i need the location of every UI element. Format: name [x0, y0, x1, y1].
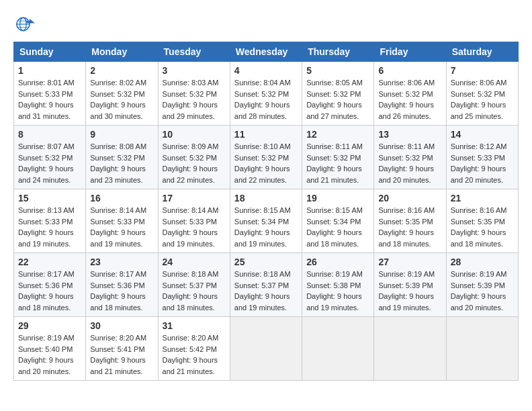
- day-info: Sunrise: 8:03 AM Sunset: 5:32 PM Dayligh…: [163, 77, 226, 122]
- col-tuesday: Tuesday: [158, 42, 230, 62]
- sunrise-label: Sunrise:: [378, 142, 407, 150]
- daylight-label: Daylight: 9 hours and 23 minutes.: [90, 165, 146, 184]
- daylight-label: Daylight: 9 hours and 27 minutes.: [306, 101, 362, 120]
- sunset-label: Sunset:: [451, 281, 478, 289]
- calendar-cell: 25 Sunrise: 8:18 AM Sunset: 5:37 PM Dayl…: [230, 253, 302, 317]
- sunset-time: 5:40 PM: [45, 345, 73, 353]
- calendar-cell: [374, 317, 446, 381]
- sunrise-label: Sunrise:: [234, 79, 263, 87]
- calendar-cell: [302, 317, 374, 381]
- sunrise-time: 8:10 AM: [263, 142, 290, 150]
- calendar-cell: 1 Sunrise: 8:01 AM Sunset: 5:33 PM Dayli…: [14, 62, 86, 126]
- daylight-label: Daylight: 9 hours and 21 minutes.: [306, 165, 362, 184]
- day-info: Sunrise: 8:16 AM Sunset: 5:35 PM Dayligh…: [451, 205, 514, 249]
- day-number: 1: [18, 65, 81, 76]
- sunset-label: Sunset:: [378, 154, 405, 162]
- sunset-time: 5:33 PM: [45, 90, 73, 98]
- sunrise-time: 8:06 AM: [408, 79, 435, 87]
- sunrise-time: 8:09 AM: [191, 142, 218, 150]
- sunrise-time: 8:13 AM: [47, 206, 74, 214]
- calendar-cell: 12 Sunrise: 8:11 AM Sunset: 5:32 PM Dayl…: [302, 126, 374, 189]
- sunset-label: Sunset:: [306, 281, 333, 289]
- day-number: 17: [163, 193, 226, 203]
- calendar-cell: 4 Sunrise: 8:04 AM Sunset: 5:32 PM Dayli…: [230, 62, 302, 126]
- sunset-time: 5:41 PM: [118, 345, 145, 353]
- sunrise-label: Sunrise:: [90, 334, 119, 342]
- sunset-time: 5:42 PM: [189, 345, 217, 353]
- sunrise-time: 8:07 AM: [47, 142, 74, 150]
- daylight-label: Daylight: 9 hours and 24 minutes.: [18, 165, 74, 184]
- calendar-cell: 24 Sunrise: 8:18 AM Sunset: 5:37 PM Dayl…: [158, 253, 230, 317]
- sunrise-time: 8:16 AM: [480, 206, 506, 214]
- sunset-time: 5:37 PM: [261, 281, 289, 289]
- day-info: Sunrise: 8:14 AM Sunset: 5:33 PM Dayligh…: [90, 205, 153, 249]
- sunset-label: Sunset:: [234, 218, 261, 226]
- svg-rect-7: [26, 21, 30, 23]
- sunrise-time: 8:11 AM: [408, 142, 435, 150]
- day-number: 30: [90, 320, 153, 331]
- calendar-body: 1 Sunrise: 8:01 AM Sunset: 5:33 PM Dayli…: [14, 62, 519, 381]
- calendar-week-1: 1 Sunrise: 8:01 AM Sunset: 5:33 PM Dayli…: [14, 62, 519, 126]
- sunset-time: 5:36 PM: [118, 281, 145, 289]
- calendar-cell: 31 Sunrise: 8:20 AM Sunset: 5:42 PM Dayl…: [158, 317, 230, 381]
- sunrise-label: Sunrise:: [451, 206, 480, 214]
- calendar-cell: 14 Sunrise: 8:12 AM Sunset: 5:33 PM Dayl…: [446, 126, 518, 189]
- sunset-label: Sunset:: [18, 218, 45, 226]
- day-number: 22: [18, 257, 81, 267]
- sunset-time: 5:32 PM: [45, 154, 73, 162]
- sunset-time: 5:33 PM: [189, 218, 217, 226]
- sunrise-label: Sunrise:: [18, 142, 47, 150]
- sunrise-label: Sunrise:: [306, 142, 335, 150]
- sunset-time: 5:32 PM: [189, 90, 217, 98]
- calendar-cell: 21 Sunrise: 8:16 AM Sunset: 5:35 PM Dayl…: [446, 189, 518, 253]
- sunrise-time: 8:15 AM: [336, 206, 363, 214]
- calendar-cell: 29 Sunrise: 8:19 AM Sunset: 5:40 PM Dayl…: [14, 317, 86, 381]
- day-number: 8: [18, 129, 81, 140]
- day-info: Sunrise: 8:02 AM Sunset: 5:32 PM Dayligh…: [90, 77, 153, 122]
- page-header: [13, 13, 519, 35]
- day-info: Sunrise: 8:12 AM Sunset: 5:33 PM Dayligh…: [451, 141, 514, 185]
- day-number: 5: [306, 65, 369, 76]
- sunset-label: Sunset:: [163, 281, 189, 289]
- daylight-label: Daylight: 9 hours and 18 minutes.: [451, 228, 506, 248]
- daylight-label: Daylight: 9 hours and 18 minutes.: [163, 292, 218, 312]
- day-info: Sunrise: 8:16 AM Sunset: 5:35 PM Dayligh…: [378, 205, 441, 249]
- sunrise-label: Sunrise:: [451, 79, 480, 87]
- sunrise-label: Sunrise:: [18, 206, 47, 214]
- sunrise-time: 8:06 AM: [480, 79, 506, 87]
- daylight-label: Daylight: 9 hours and 18 minutes.: [378, 228, 434, 248]
- sunset-time: 5:33 PM: [118, 218, 145, 226]
- day-info: Sunrise: 8:05 AM Sunset: 5:32 PM Dayligh…: [306, 77, 369, 122]
- daylight-label: Daylight: 9 hours and 18 minutes.: [90, 292, 146, 312]
- day-info: Sunrise: 8:18 AM Sunset: 5:37 PM Dayligh…: [234, 269, 298, 313]
- sunset-label: Sunset:: [451, 218, 478, 226]
- sunset-label: Sunset:: [234, 154, 261, 162]
- sunrise-label: Sunrise:: [18, 79, 47, 87]
- sunset-label: Sunset:: [90, 345, 117, 353]
- logo-icon: [13, 13, 35, 35]
- calendar-cell: 27 Sunrise: 8:19 AM Sunset: 5:39 PM Dayl…: [374, 253, 446, 317]
- daylight-label: Daylight: 9 hours and 29 minutes.: [163, 101, 218, 120]
- calendar-week-5: 29 Sunrise: 8:19 AM Sunset: 5:40 PM Dayl…: [14, 317, 519, 381]
- sunset-time: 5:33 PM: [45, 218, 73, 226]
- calendar-cell: 6 Sunrise: 8:06 AM Sunset: 5:32 PM Dayli…: [374, 62, 446, 126]
- sunrise-time: 8:08 AM: [120, 142, 146, 150]
- daylight-label: Daylight: 9 hours and 21 minutes.: [90, 356, 146, 375]
- daylight-label: Daylight: 9 hours and 19 minutes.: [18, 228, 74, 248]
- sunrise-time: 8:19 AM: [408, 270, 435, 278]
- sunrise-time: 8:19 AM: [480, 270, 506, 278]
- day-info: Sunrise: 8:20 AM Sunset: 5:42 PM Dayligh…: [163, 332, 226, 377]
- calendar-cell: 30 Sunrise: 8:20 AM Sunset: 5:41 PM Dayl…: [86, 317, 158, 381]
- sunrise-label: Sunrise:: [378, 270, 407, 278]
- daylight-label: Daylight: 9 hours and 18 minutes.: [18, 292, 74, 312]
- daylight-label: Daylight: 9 hours and 19 minutes.: [234, 228, 290, 248]
- day-info: Sunrise: 8:17 AM Sunset: 5:36 PM Dayligh…: [18, 269, 81, 313]
- day-number: 19: [306, 193, 369, 203]
- day-number: 21: [451, 193, 514, 203]
- day-number: 6: [378, 65, 441, 76]
- calendar-cell: 17 Sunrise: 8:14 AM Sunset: 5:33 PM Dayl…: [158, 189, 230, 253]
- sunset-label: Sunset:: [306, 90, 333, 98]
- sunset-label: Sunset:: [306, 218, 333, 226]
- sunset-time: 5:32 PM: [406, 154, 433, 162]
- calendar-cell: 28 Sunrise: 8:19 AM Sunset: 5:39 PM Dayl…: [446, 253, 518, 317]
